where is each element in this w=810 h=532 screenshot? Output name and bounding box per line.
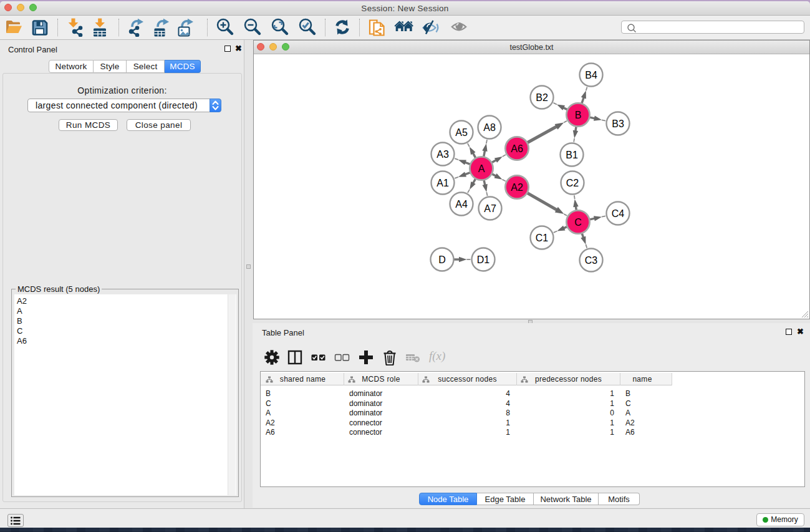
svg-text:A2: A2 [511, 182, 523, 193]
svg-text:C: C [574, 217, 582, 228]
svg-text:A6: A6 [511, 143, 523, 154]
svg-text:C3: C3 [585, 255, 598, 266]
svg-text:B4: B4 [585, 70, 597, 80]
svg-text:B3: B3 [612, 118, 624, 129]
svg-text:B1: B1 [566, 150, 578, 160]
svg-text:C1: C1 [536, 233, 549, 243]
svg-text:C2: C2 [566, 178, 579, 188]
svg-text:D: D [438, 254, 446, 265]
svg-text:A5: A5 [455, 127, 468, 138]
svg-text:A8: A8 [483, 122, 496, 133]
svg-text:D1: D1 [477, 254, 490, 265]
svg-text:A3: A3 [436, 149, 449, 160]
svg-text:B2: B2 [536, 92, 548, 103]
svg-text:A4: A4 [455, 199, 468, 210]
svg-text:C4: C4 [612, 208, 625, 219]
svg-text:B: B [575, 110, 582, 120]
svg-text:A: A [478, 163, 485, 174]
svg-text:A1: A1 [436, 178, 449, 188]
svg-text:A7: A7 [484, 203, 496, 214]
